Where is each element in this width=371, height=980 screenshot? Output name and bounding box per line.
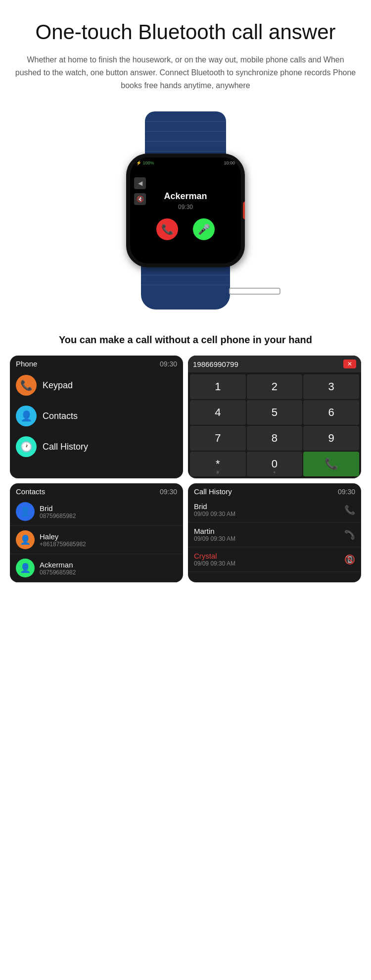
battery-icon: ⚡ 100% <box>136 160 154 165</box>
key-8-label: 8 <box>272 432 278 444</box>
dialed-number: 19866990799 <box>193 360 238 368</box>
history-crystal-info: Crystal 09/09 09:30 AM <box>194 552 235 567</box>
contact-phone-ackerman: 08759685982 <box>40 569 76 576</box>
mid-headline: You can make a call without a cell phone… <box>0 329 371 356</box>
contact-name-haley: Haley <box>40 532 86 541</box>
contact-phone-brid: 08759685982 <box>40 513 76 519</box>
outgoing-call-icon-brid: 📞 <box>344 505 355 516</box>
watch-caller-name: Ackerman <box>164 191 207 202</box>
phone-time-menu: 09:30 <box>160 360 177 368</box>
keypad-icon: 📞 <box>16 375 37 396</box>
history-brid-name: Brid <box>194 502 235 511</box>
contact-avatar-ackerman: 👤 <box>16 559 35 577</box>
key-2-label: 2 <box>272 380 278 393</box>
contacts-label: Contacts <box>43 411 78 421</box>
key-7[interactable]: 7 <box>190 426 246 451</box>
history-crystal-name: Crystal <box>194 552 235 560</box>
key-4-label: 4 <box>215 406 221 418</box>
history-martin-name: Martin <box>194 527 235 535</box>
key-5-label: 5 <box>272 406 278 418</box>
key-1[interactable]: 1 <box>190 374 246 399</box>
watch-call-buttons: 📞 🎤 <box>156 218 215 240</box>
key-star-sub: # <box>217 470 219 475</box>
history-time: 09:30 <box>338 488 355 496</box>
contact-avatar-haley: 👤 <box>16 530 35 549</box>
menu-item-callhistory[interactable]: 🕐 Call History <box>10 431 183 462</box>
key-9[interactable]: 9 <box>303 426 359 451</box>
contacts-title: Contacts <box>16 487 45 496</box>
watch-case: ⚡ 100% 10:00 ◀ 🔇 Ackerman 09:30 📞 🎤 <box>126 154 245 267</box>
contact-haley[interactable]: 👤 Haley +8618759685982 <box>10 526 183 554</box>
phone-screen-history: Call History 09:30 Brid 09/09 09:30 AM 📞… <box>188 483 361 582</box>
history-martin[interactable]: Martin 09/09 09:30 AM 📞 <box>188 522 361 547</box>
missed-call-icon-crystal: 📵 <box>344 554 355 565</box>
key-star-label: * <box>216 458 220 470</box>
keypad-grid: 1 2 3 4 5 6 7 8 9 * # 0 + 📞 <box>188 372 361 478</box>
contacts-icon: 👤 <box>16 406 37 426</box>
key-4[interactable]: 4 <box>190 400 246 425</box>
history-martin-date: 09/09 09:30 AM <box>194 535 235 542</box>
contacts-time: 09:30 <box>160 488 177 496</box>
phone-header-menu: Phone 09:30 <box>10 356 183 370</box>
menu-item-keypad[interactable]: 📞 Keypad <box>10 370 183 401</box>
contact-brid[interactable]: 👤 Brid 08759685982 <box>10 498 183 526</box>
key-2[interactable]: 2 <box>247 374 303 399</box>
contact-info-brid: Brid 08759685982 <box>40 504 76 519</box>
top-section: One-touch Bluetooth call answer Whether … <box>0 0 371 102</box>
key-0-label: 0 <box>272 458 278 470</box>
history-brid[interactable]: Brid 09/09 09:30 AM 📞 <box>188 498 361 522</box>
call-button-icon: 📞 <box>325 458 338 470</box>
contact-ackerman[interactable]: 👤 Ackerman 08759685982 <box>10 554 183 582</box>
contact-avatar-brid: 👤 <box>16 502 35 521</box>
keypad-label: Keypad <box>43 380 73 391</box>
key-0[interactable]: 0 + <box>247 452 303 476</box>
callhistory-icon: 🕐 <box>16 436 37 457</box>
contact-name-ackerman: Ackerman <box>40 561 76 569</box>
watch-call-duration: 09:30 <box>178 204 193 210</box>
key-9-label: 9 <box>328 432 334 444</box>
contact-phone-haley: +8618759685982 <box>40 541 86 548</box>
main-title: One-touch Bluetooth call answer <box>15 20 356 45</box>
contact-info-ackerman: Ackerman 08759685982 <box>40 561 76 576</box>
history-crystal-date: 09/09 09:30 AM <box>194 560 235 567</box>
phone-grid: Phone 09:30 📞 Keypad 👤 Contacts 🕐 Call H… <box>0 356 371 597</box>
history-brid-date: 09/09 09:30 AM <box>194 511 235 517</box>
decline-button[interactable]: 📞 <box>156 218 178 240</box>
call-button[interactable]: 📞 <box>303 452 359 476</box>
contacts-header: Contacts 09:30 <box>10 483 183 498</box>
key-8[interactable]: 8 <box>247 426 303 451</box>
contact-name-brid: Brid <box>40 504 76 513</box>
history-brid-info: Brid 09/09 09:30 AM <box>194 502 235 517</box>
key-6-label: 6 <box>328 406 334 418</box>
volume-up-button: ◀ <box>134 177 146 189</box>
phone-title: Phone <box>16 360 37 368</box>
key-1-label: 1 <box>215 380 221 393</box>
key-3-label: 3 <box>328 380 334 393</box>
watch-screen: ⚡ 100% 10:00 ◀ 🔇 Ackerman 09:30 📞 🎤 <box>130 157 241 263</box>
contact-info-haley: Haley +8618759685982 <box>40 532 86 548</box>
history-martin-info: Martin 09/09 09:30 AM <box>194 527 235 542</box>
key-star[interactable]: * # <box>190 452 246 476</box>
phone-screen-keypad: 19866990799 ✕ 1 2 3 4 5 6 7 8 9 * # 0 + … <box>188 356 361 478</box>
watch-area: ⚡ 100% 10:00 ◀ 🔇 Ackerman 09:30 📞 🎤 <box>0 102 371 329</box>
delete-button[interactable]: ✕ <box>343 360 356 368</box>
history-header: Call History 09:30 <box>188 483 361 498</box>
key-7-label: 7 <box>215 432 221 444</box>
watch-time: 10:00 <box>224 160 235 165</box>
key-3[interactable]: 3 <box>303 374 359 399</box>
watch-buckle <box>229 288 280 295</box>
callhistory-label: Call History <box>43 442 88 452</box>
key-5[interactable]: 5 <box>247 400 303 425</box>
phone-screen-menu: Phone 09:30 📞 Keypad 👤 Contacts 🕐 Call H… <box>10 356 183 478</box>
accept-button[interactable]: 🎤 <box>193 218 215 240</box>
history-crystal[interactable]: Crystal 09/09 09:30 AM 📵 <box>188 547 361 572</box>
watch-crown <box>243 202 245 219</box>
key-6[interactable]: 6 <box>303 400 359 425</box>
key-0-sub: + <box>273 470 276 475</box>
incoming-call-icon-martin: 📞 <box>344 529 355 540</box>
volume-down-button: 🔇 <box>134 193 146 205</box>
phone-screen-contacts: Contacts 09:30 👤 Brid 08759685982 👤 Hale… <box>10 483 183 582</box>
menu-item-contacts[interactable]: 👤 Contacts <box>10 401 183 431</box>
watch-status-bar: ⚡ 100% 10:00 <box>130 160 241 165</box>
watch-illustration: ⚡ 100% 10:00 ◀ 🔇 Ackerman 09:30 📞 🎤 <box>72 111 299 309</box>
